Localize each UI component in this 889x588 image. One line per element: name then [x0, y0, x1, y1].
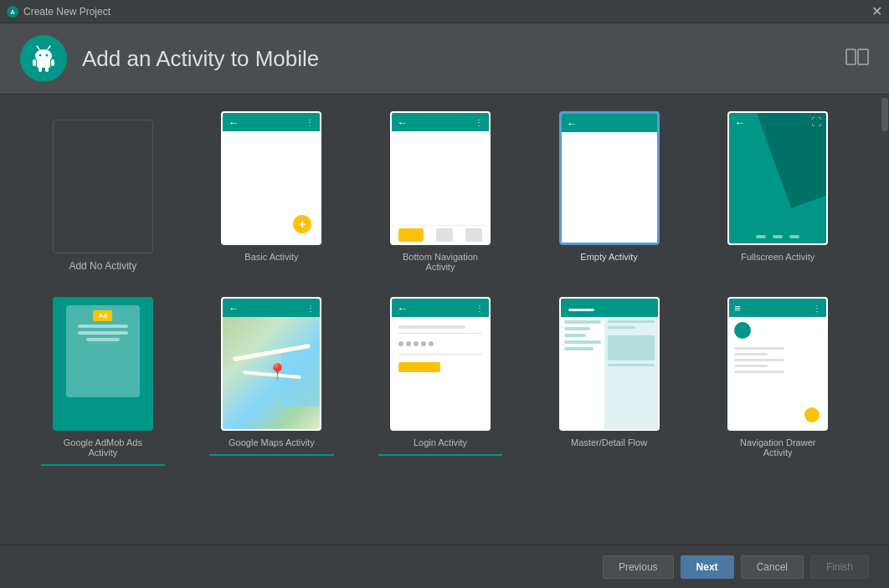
svg-rect-14: [858, 49, 868, 64]
svg-rect-6: [37, 59, 50, 68]
main-content: Add No Activity ← ⋮ + Basic Activity: [0, 95, 889, 545]
svg-point-5: [46, 54, 49, 57]
app-icon: A: [7, 6, 18, 18]
navdrawer-thumb: ≡ ⋮: [727, 297, 828, 431]
dialog-footer: Previous Next Cancel Finish: [0, 545, 889, 588]
previous-button[interactable]: Previous: [603, 555, 674, 579]
svg-rect-7: [33, 59, 36, 66]
bottom-nav-thumb: ← ⋮: [390, 111, 491, 245]
svg-rect-13: [846, 49, 856, 64]
finish-button[interactable]: Finish: [810, 555, 869, 579]
scrollbar[interactable]: [881, 95, 889, 545]
master-detail-thumb: ▬▬▬: [559, 297, 660, 431]
bottom-nav-activity-card[interactable]: ← ⋮ Bottom Navigation Activity: [362, 111, 518, 280]
svg-text:A: A: [10, 9, 14, 15]
fullscreen-activity-card[interactable]: ← ⛶ Fullscreen Activity: [700, 111, 856, 280]
next-button[interactable]: Next: [681, 555, 734, 579]
login-label: Login Activity: [414, 437, 467, 447]
empty-activity-thumb: ←: [559, 111, 660, 245]
activity-grid-area: Add No Activity ← ⋮ + Basic Activity: [0, 95, 881, 545]
dialog-header: Add an Activity to Mobile: [0, 23, 889, 95]
master-detail-underline: [547, 454, 671, 456]
no-activity-thumb: [53, 120, 153, 253]
activity-grid: Add No Activity ← ⋮ + Basic Activity: [25, 111, 856, 466]
login-thumb: ← ⋮: [390, 297, 491, 431]
navdrawer-underline: [716, 464, 840, 466]
no-activity-label: Add No Activity: [69, 260, 136, 272]
close-button[interactable]: ✕: [871, 5, 882, 18]
master-detail-card[interactable]: ▬▬▬: [532, 297, 687, 466]
empty-activity-label: Empty Activity: [580, 252, 637, 262]
title-bar-left: A Create New Project: [7, 6, 110, 18]
bottom-nav-label: Bottom Navigation Activity: [390, 252, 491, 272]
page-title: Add an Activity to Mobile: [82, 46, 319, 72]
basic-activity-label: Basic Activity: [244, 252, 298, 262]
cancel-button[interactable]: Cancel: [741, 555, 804, 579]
maps-thumb: ← ⋮ 📍: [221, 297, 321, 431]
view-toggle-icon[interactable]: [845, 49, 869, 69]
empty-activity-underline: [547, 268, 671, 270]
fullscreen-thumb: ← ⛶: [727, 111, 828, 245]
empty-activity-card[interactable]: ← Empty Activity: [532, 111, 687, 280]
android-logo: [20, 35, 67, 82]
svg-rect-10: [45, 67, 49, 72]
fab-icon: +: [293, 215, 311, 233]
basic-activity-card[interactable]: ← ⋮ + Basic Activity: [194, 111, 350, 280]
admob-activity-card[interactable]: Ad Google AdMob Ads Activity: [25, 297, 181, 466]
maps-label: Google Maps Activity: [229, 437, 315, 447]
no-activity-card[interactable]: Add No Activity: [25, 111, 181, 280]
admob-label: Google AdMob Ads Activity: [53, 437, 153, 458]
svg-rect-8: [51, 59, 54, 66]
title-bar: A Create New Project ✕: [0, 0, 889, 23]
bottom-nav-underline: [378, 279, 502, 280]
fullscreen-label: Fullscreen Activity: [741, 252, 814, 262]
basic-activity-underline: [209, 268, 333, 270]
svg-rect-9: [39, 67, 42, 72]
navdrawer-activity-card[interactable]: ≡ ⋮ Navigation D: [700, 297, 856, 466]
window-title: Create New Project: [23, 6, 110, 18]
master-detail-label: Master/Detail Flow: [571, 437, 647, 447]
basic-activity-thumb: ← ⋮ +: [221, 111, 321, 245]
maps-activity-card[interactable]: ← ⋮ 📍 Google Maps Activity: [194, 297, 350, 466]
svg-point-4: [39, 54, 42, 57]
login-activity-card[interactable]: ← ⋮: [362, 297, 518, 466]
ad-badge: Ad: [93, 310, 112, 321]
admob-thumb: Ad: [53, 297, 153, 431]
fullscreen-underline: [716, 268, 840, 270]
navdrawer-label: Navigation Drawer Activity: [727, 437, 828, 458]
